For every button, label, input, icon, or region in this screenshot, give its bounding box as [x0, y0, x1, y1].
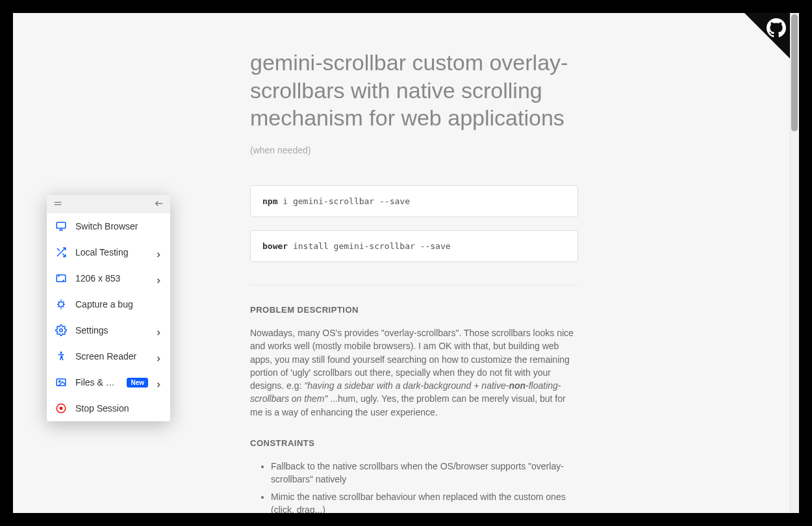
npm-command: i gemini-scrollbar --save	[277, 196, 410, 206]
chevron-right-icon	[156, 327, 162, 334]
menu-screen-reader[interactable]: Screen Reader	[47, 343, 170, 369]
menu-label: Stop Session	[75, 403, 162, 414]
menu-label: Screen Reader	[75, 351, 148, 362]
toolbar-panel: Switch Browser Local Testing 1206 x 853 …	[47, 195, 170, 421]
github-icon	[767, 18, 786, 38]
divider	[250, 285, 578, 285]
menu-settings[interactable]: Settings	[47, 317, 170, 343]
constraints-heading: CONSTRAINTS	[250, 438, 578, 448]
npm-install-box[interactable]: npm i gemini-scrollbar --save	[250, 185, 578, 217]
problem-quote-a: "having a sidebar with a dark-background…	[304, 380, 509, 391]
svg-point-10	[58, 302, 64, 307]
svg-point-20	[60, 352, 62, 354]
panel-header[interactable]	[47, 195, 170, 213]
svg-rect-3	[57, 222, 66, 228]
svg-rect-24	[60, 407, 63, 410]
svg-point-22	[59, 380, 60, 382]
bower-install-box[interactable]: bower install gemini-scrollbar --save	[250, 230, 578, 262]
gear-icon	[55, 324, 68, 337]
menu-label: Capture a bug	[75, 299, 162, 309]
collapse-left-icon[interactable]	[155, 199, 164, 210]
menu-stop-session[interactable]: Stop Session	[47, 395, 170, 421]
menu-switch-browser[interactable]: Switch Browser	[47, 213, 170, 239]
chevron-right-icon	[156, 275, 162, 282]
svg-rect-21	[57, 379, 66, 386]
constraints-list: Fallback to the native scrollbars when t…	[250, 460, 578, 513]
problem-quote-bold: non	[509, 380, 526, 391]
stop-icon	[55, 402, 68, 415]
menu-label: 1206 x 853	[75, 273, 148, 283]
menu-local-testing[interactable]: Local Testing	[47, 239, 170, 265]
menu-label: Files & Media	[75, 377, 119, 388]
svg-rect-9	[57, 275, 66, 282]
page-title: gemini-scrollbar custom overlay-scrollba…	[250, 49, 578, 159]
accessibility-icon	[55, 350, 68, 363]
menu-resolution[interactable]: 1206 x 853	[47, 265, 170, 291]
chevron-right-icon	[156, 379, 162, 386]
page-frame: gemini-scrollbar custom overlay-scrollba…	[13, 13, 799, 513]
constraint-item: Fallback to the native scrollbars when t…	[271, 460, 578, 486]
menu-capture-bug[interactable]: Capture a bug	[47, 291, 170, 317]
constraint-item: Mimic the native scrollbar behaviour whe…	[271, 490, 578, 513]
svg-line-18	[63, 302, 64, 303]
scrollbar-track[interactable]	[790, 13, 799, 513]
resolution-icon	[55, 272, 68, 285]
problem-paragraph: Nowadays, many OS's provides "overlay-sc…	[250, 326, 578, 419]
svg-line-8	[57, 248, 60, 251]
shuffle-icon	[55, 246, 68, 259]
menu-label: Local Testing	[75, 247, 148, 257]
drag-handle-icon	[53, 199, 62, 210]
svg-line-15	[58, 302, 60, 303]
bower-keyword: bower	[262, 241, 288, 251]
github-ribbon[interactable]	[744, 13, 790, 59]
menu-label: Switch Browser	[75, 221, 162, 231]
main-content: gemini-scrollbar custom overlay-scrollba…	[250, 49, 578, 513]
menu-files-media[interactable]: Files & Media New	[47, 369, 170, 395]
problem-heading: PROBLEM DESCRIPTION	[250, 305, 578, 315]
chevron-right-icon	[156, 353, 162, 360]
menu-label: Settings	[75, 325, 148, 335]
chevron-right-icon	[156, 249, 162, 256]
svg-line-17	[58, 306, 60, 308]
npm-keyword: npm	[262, 196, 277, 206]
svg-point-19	[60, 329, 63, 332]
image-icon	[55, 376, 68, 389]
title-main: gemini-scrollbar custom overlay-scrollba…	[250, 50, 568, 130]
scrollbar-thumb[interactable]	[791, 14, 798, 131]
title-sub: (when needed)	[250, 145, 311, 155]
bower-command: install gemini-scrollbar --save	[288, 241, 450, 251]
new-badge: New	[127, 378, 148, 388]
svg-line-16	[63, 306, 64, 308]
monitor-icon	[55, 220, 68, 233]
bug-icon	[55, 298, 68, 311]
